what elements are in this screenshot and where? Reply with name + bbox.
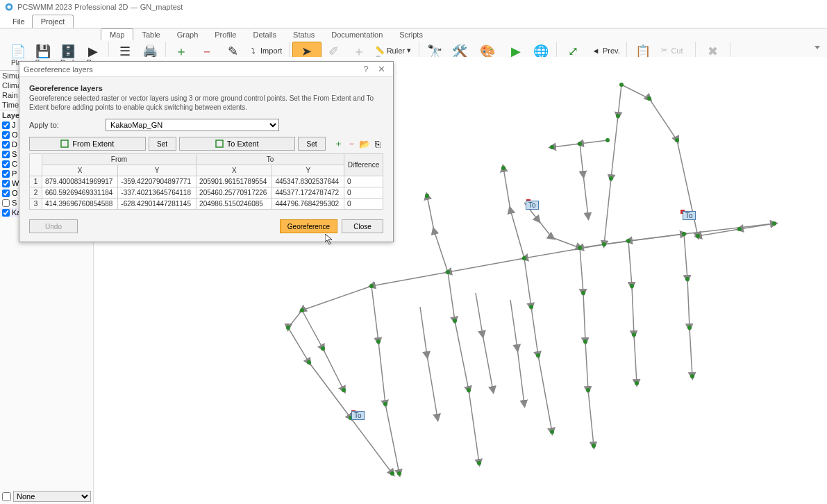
svg-rect-51	[61, 140, 68, 147]
from-set-button[interactable]: Set	[149, 137, 176, 151]
dialog-description: Georeference selected raster or vector l…	[29, 94, 383, 112]
to-extent-button[interactable]: To Extent	[179, 137, 296, 151]
svg-point-22	[477, 461, 481, 465]
tab-map[interactable]: Map	[101, 28, 133, 40]
svg-point-17	[626, 239, 630, 243]
tab-documentation[interactable]: Documentation	[323, 29, 391, 40]
svg-point-33	[630, 284, 634, 288]
svg-point-32	[592, 444, 596, 448]
folder-icon[interactable]: 📂	[359, 138, 370, 149]
extent-icon	[215, 140, 224, 148]
svg-point-42	[342, 388, 346, 392]
svg-point-38	[690, 374, 694, 378]
help-icon[interactable]: ?	[358, 64, 374, 74]
from-extent-button[interactable]: From Extent	[29, 137, 146, 151]
bottom-select[interactable]: None	[13, 491, 91, 502]
copy-grid-icon[interactable]: ⎘	[372, 138, 383, 149]
dialog-close-button[interactable]: Close	[342, 219, 383, 233]
svg-point-25	[397, 471, 401, 476]
layer-check[interactable]	[2, 121, 10, 129]
svg-point-27	[536, 353, 540, 358]
svg-point-5	[602, 242, 606, 246]
layer-check[interactable]	[2, 209, 10, 217]
tab-status[interactable]: Status	[285, 29, 323, 40]
table-row[interactable]: 2660.59269469331184-337.4021364576411820…	[30, 187, 383, 199]
svg-point-8	[522, 256, 526, 260]
cut-button[interactable]: ✂Cut	[655, 46, 692, 56]
apply-to-label: Apply to:	[29, 121, 106, 129]
svg-point-13	[307, 360, 311, 364]
tab-details[interactable]: Details	[244, 29, 285, 40]
layer-check[interactable]	[2, 131, 10, 139]
svg-point-30	[583, 339, 587, 344]
svg-point-19	[737, 227, 742, 231]
svg-point-34	[632, 333, 636, 337]
layer-check[interactable]	[2, 160, 10, 168]
sidebar-bottom: None	[0, 489, 93, 504]
layer-check[interactable]	[2, 141, 10, 149]
svg-point-37	[687, 326, 692, 330]
tab-scripts[interactable]: Scripts	[391, 29, 431, 40]
svg-point-28	[550, 430, 554, 434]
tab-table[interactable]: Table	[133, 29, 168, 40]
to-marker: To	[526, 201, 539, 210]
to-marker: To	[351, 411, 365, 420]
svg-point-46	[550, 145, 554, 149]
add-point-icon[interactable]: ＋	[333, 138, 344, 149]
svg-point-29	[581, 291, 585, 295]
svg-point-36	[685, 277, 690, 281]
layer-check[interactable]	[2, 170, 10, 178]
svg-point-16	[578, 246, 582, 250]
to-set-button[interactable]: Set	[298, 137, 326, 151]
layer-check[interactable]	[2, 151, 10, 158]
menu-file[interactable]: File	[6, 15, 32, 28]
dialog-title: Georeference layers	[24, 65, 358, 74]
menu-project[interactable]: Project	[32, 15, 74, 28]
close-icon[interactable]: ✕	[374, 64, 389, 74]
col-to: To	[197, 154, 344, 165]
menubar: File Project	[0, 14, 827, 28]
svg-point-35	[635, 381, 639, 385]
svg-point-40	[425, 194, 429, 198]
svg-rect-52	[216, 140, 223, 147]
table-row[interactable]: 1879.40008341969917-359.4220790489777120…	[30, 176, 383, 187]
georeference-button[interactable]: Georeference	[280, 219, 337, 233]
ruler-button[interactable]: 📏Ruler▾	[371, 46, 416, 56]
bottom-check[interactable]	[2, 492, 11, 501]
to-marker: To	[683, 211, 696, 220]
table-row[interactable]: 3414.39696760854588-628.4290144728114520…	[30, 199, 383, 210]
svg-point-3	[616, 114, 620, 118]
window-title: PCSWMM 2023 Professional 2D — GN_maptest	[17, 3, 183, 11]
layer-check[interactable]	[2, 190, 10, 197]
app-icon	[4, 2, 14, 12]
svg-point-9	[446, 270, 450, 274]
dialog-titlebar[interactable]: Georeference layers ? ✕	[19, 62, 393, 77]
prev-button[interactable]: ◄Prev.	[587, 46, 624, 56]
tabstrip: Map Table Graph Profile Details Status D…	[0, 28, 827, 40]
tab-profile[interactable]: Profile	[206, 29, 244, 40]
svg-point-39	[501, 166, 506, 170]
svg-point-31	[586, 388, 590, 392]
svg-point-23	[376, 339, 381, 344]
svg-point-15	[390, 471, 394, 476]
remove-point-icon[interactable]: －	[346, 138, 357, 149]
svg-point-24	[383, 402, 387, 406]
dialog-header: Georeference layers	[29, 84, 383, 92]
tab-graph[interactable]: Graph	[169, 29, 207, 40]
col-diff: Difference	[344, 154, 383, 176]
svg-point-47	[605, 138, 610, 142]
window-titlebar: PCSWMM 2023 Professional 2D — GN_maptest	[0, 0, 827, 14]
svg-point-10	[369, 284, 374, 288]
undo-button[interactable]: Undo	[29, 219, 78, 233]
svg-point-4	[609, 176, 613, 180]
svg-point-41	[321, 346, 325, 351]
svg-point-2	[619, 83, 624, 87]
apply-to-select[interactable]: KakaoMap_GN	[106, 119, 279, 131]
svg-point-26	[529, 305, 533, 309]
layer-check[interactable]	[2, 180, 10, 187]
svg-point-43	[647, 96, 651, 101]
import-button[interactable]: ⤵Import	[245, 46, 286, 56]
svg-point-7	[772, 221, 776, 226]
svg-point-21	[467, 388, 471, 392]
layer-check[interactable]	[2, 199, 10, 207]
